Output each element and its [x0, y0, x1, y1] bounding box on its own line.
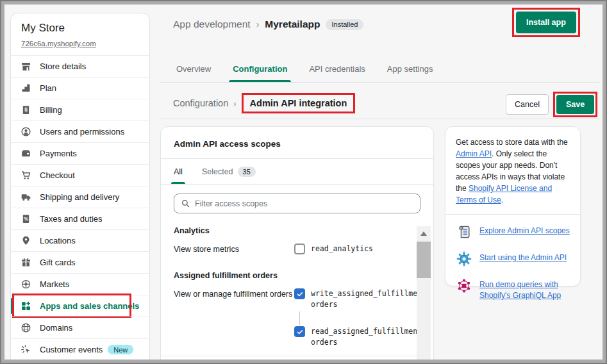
- read-assigned-fulfillment-orders-checkbox[interactable]: [294, 326, 305, 337]
- save-bar: Cancel Save: [506, 92, 597, 117]
- tab-selected-scopes[interactable]: Selected 35: [202, 159, 256, 184]
- svg-text:$: $: [24, 106, 28, 113]
- cart-icon: [20, 170, 31, 181]
- tab-configuration[interactable]: Configuration: [233, 64, 287, 82]
- sidebar-item-plan[interactable]: Plan: [11, 77, 149, 99]
- percent-icon: %: [20, 213, 31, 225]
- save-button[interactable]: Save: [556, 95, 594, 114]
- billing-icon: $: [20, 104, 31, 116]
- breadcrumb-admin-api-integration: Admin API integration: [250, 98, 347, 108]
- chevron-right-icon: ›: [256, 19, 260, 29]
- search-icon: [181, 199, 190, 208]
- scope-section-heading: Analytics: [174, 226, 401, 235]
- scope-section-row: View store metrics read_​analytics: [174, 244, 401, 254]
- tab-app-settings[interactable]: App settings: [387, 64, 433, 82]
- config-breadcrumb: Configuration › Admin API integration: [173, 93, 355, 113]
- explore-admin-api-scopes-link[interactable]: Explore Admin API scopes: [479, 224, 570, 236]
- settings-sidebar: My Store 726c6a.myshopify.com Store deta…: [10, 13, 150, 360]
- admin-api-link[interactable]: Admin API: [456, 149, 492, 158]
- sidebar-item-domains[interactable]: Domains: [11, 317, 149, 338]
- admin-api-info-panel: Get access to store data with the Admin …: [445, 126, 581, 286]
- tab-overview[interactable]: Overview: [176, 64, 211, 82]
- gift-icon: [20, 257, 31, 269]
- tab-all-scopes[interactable]: All: [174, 159, 183, 184]
- sidebar-item-label: Users and permissions: [40, 127, 124, 136]
- sidebar-item-label: Shipping and delivery: [40, 192, 119, 202]
- explore-scopes-row[interactable]: Explore Admin API scopes: [456, 224, 570, 240]
- shopify-settings-page: My Store 726c6a.myshopify.com Store deta…: [4, 4, 603, 360]
- graphiql-demo-row[interactable]: Run demo queries with Shopify's GraphiQL…: [456, 277, 570, 302]
- globe-icon: [20, 322, 31, 334]
- sidebar-item-label: Payments: [40, 149, 77, 158]
- plan-icon: [20, 83, 31, 94]
- payments-icon: [20, 148, 31, 160]
- gear-icon: [456, 251, 472, 267]
- scrollbar[interactable]: [417, 226, 431, 360]
- info-text-segment: Get access to store data with the: [456, 138, 568, 147]
- customer-events-icon: [20, 344, 31, 356]
- start-admin-api-row[interactable]: Start using the Admin API: [456, 251, 570, 267]
- sidebar-item-label: Gift cards: [40, 258, 76, 267]
- card-title: Admin API access scopes: [161, 127, 433, 158]
- sidebar-item-label: Billing: [40, 105, 62, 115]
- sidebar-item-users-and-permissions[interactable]: Users and permissions: [11, 120, 149, 142]
- sidebar-item-label: Apps and sales channels: [40, 301, 139, 311]
- sidebar-item-label: Markets: [40, 279, 69, 289]
- start-using-admin-api-link[interactable]: Start using the Admin API: [479, 251, 567, 263]
- sidebar-item-customer-events[interactable]: Customer events New: [11, 338, 149, 360]
- new-badge: New: [108, 345, 133, 354]
- info-paragraph: Get access to store data with the Admin …: [456, 136, 570, 206]
- active-indicator-bar: [11, 298, 13, 314]
- breadcrumb-app-development[interactable]: App development: [173, 19, 251, 30]
- annotation-highlight-box: Save: [553, 92, 597, 117]
- sidebar-item-taxes-and-duties[interactable]: % Taxes and duties: [11, 208, 149, 229]
- page-title: Myretailapp: [265, 19, 320, 30]
- annotation-highlight-box: Install app: [512, 8, 580, 37]
- scope-section-description: View or manage fulfillment orders: [174, 288, 294, 348]
- scopes-list: Analytics View store metrics read_​analy…: [161, 220, 433, 348]
- install-app-button[interactable]: Install app: [516, 12, 576, 33]
- write-assigned-fulfillment-orders-checkbox[interactable]: [294, 288, 305, 299]
- breadcrumb-configuration[interactable]: Configuration: [173, 98, 228, 108]
- sidebar-item-payments[interactable]: Payments: [11, 142, 149, 164]
- scope-connector-line: [299, 311, 300, 325]
- api-license-link[interactable]: Shopify API License and Terms of Use: [456, 184, 552, 204]
- sidebar-item-shipping-and-delivery[interactable]: Shipping and delivery: [11, 186, 149, 208]
- info-text-segment: .: [501, 195, 503, 204]
- sidebar-item-gift-cards[interactable]: Gift cards: [11, 251, 149, 273]
- store-domain-link[interactable]: 726c6a.myshopify.com: [21, 40, 96, 47]
- window-frame: My Store 726c6a.myshopify.com Store deta…: [0, 0, 607, 364]
- sidebar-item-apps-and-sales-channels[interactable]: Apps and sales channels: [11, 295, 149, 317]
- sidebar-item-label: Locations: [40, 236, 76, 245]
- sidebar-item-label: Checkout: [40, 170, 75, 180]
- filter-access-scopes-input[interactable]: [195, 199, 413, 208]
- divider: [160, 82, 599, 83]
- scrollbar-up-arrow-icon[interactable]: [420, 231, 427, 236]
- pin-icon: [20, 235, 31, 247]
- sidebar-item-checkout[interactable]: Checkout: [11, 164, 149, 186]
- sidebar-item-label: Domains: [40, 323, 72, 333]
- scope-filter-tabs: All Selected 35: [161, 159, 433, 185]
- scroll-icon: [456, 224, 472, 240]
- sidebar-item-billing[interactable]: $ Billing: [11, 99, 149, 120]
- apps-icon: [20, 301, 31, 312]
- run-demo-queries-link[interactable]: Run demo queries with Shopify's GraphiQL…: [479, 277, 570, 302]
- store-name: My Store: [21, 22, 139, 35]
- scrollbar-thumb[interactable]: [417, 242, 431, 278]
- sidebar-item-locations[interactable]: Locations: [11, 229, 149, 251]
- cancel-button[interactable]: Cancel: [506, 94, 549, 115]
- selected-count-badge: 35: [238, 167, 256, 177]
- sidebar-item-store-details[interactable]: Store details: [11, 55, 149, 77]
- sidebar-item-label: Customer events: [40, 345, 103, 354]
- sidebar-item-label: Taxes and duties: [40, 214, 103, 224]
- read-analytics-checkbox[interactable]: [294, 244, 305, 254]
- markets-icon: [20, 279, 31, 290]
- scope-section-heading: Assigned fulfillment orders: [174, 271, 401, 280]
- filter-access-scopes-field: [174, 194, 420, 213]
- sidebar-item-label: Plan: [40, 83, 56, 93]
- divider: [445, 214, 580, 215]
- scope-section-row: View or manage fulfillment orders write_…: [174, 288, 401, 348]
- tab-api-credentials[interactable]: API credentials: [309, 64, 365, 82]
- admin-api-access-scopes-card: Admin API access scopes All Selected 35 …: [160, 126, 434, 360]
- sidebar-item-markets[interactable]: Markets: [11, 273, 149, 295]
